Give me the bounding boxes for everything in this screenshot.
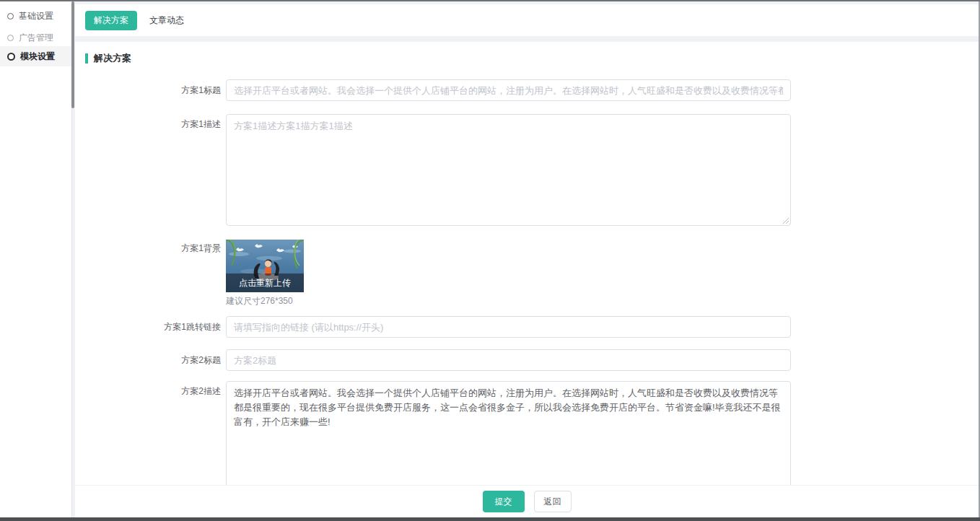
plan1-bg-upload[interactable]: 点击重新上传 <box>226 240 304 292</box>
plan1-bg-size-hint: 建议尺寸276*350 <box>226 295 293 307</box>
radio-circle-icon <box>7 53 15 61</box>
plan2-desc-label: 方案2描述 <box>75 385 221 398</box>
sidebar-item-basic-settings[interactable]: 基础设置 <box>0 6 71 26</box>
sidebar-item-module-settings[interactable]: 模块设置 <box>0 46 71 66</box>
sidebar-item-ad-management[interactable]: 广告管理 <box>0 27 71 48</box>
plan1-title-input[interactable] <box>226 79 791 101</box>
sidebar: 基础设置 广告管理 模块设置 <box>0 1 72 517</box>
plan1-desc-textarea[interactable] <box>226 114 791 226</box>
sidebar-scrollbar-thumb[interactable] <box>71 1 74 108</box>
plan1-desc-label: 方案1描述 <box>75 118 221 131</box>
section-accent-bar <box>85 53 88 64</box>
admin-settings-page: 基础设置 广告管理 模块设置 解决方案 文章动态 解决方案 方案1标题 方案1描… <box>0 0 980 521</box>
tab-article-news[interactable]: 文章动态 <box>145 11 188 30</box>
reupload-overlay-button[interactable]: 点击重新上传 <box>226 273 304 292</box>
section-title: 解决方案 <box>94 52 131 65</box>
sidebar-item-label: 基础设置 <box>19 10 53 22</box>
tab-solutions[interactable]: 解决方案 <box>85 11 137 30</box>
form-footer: 提交 返回 <box>75 485 979 517</box>
radio-circle-icon <box>7 13 14 19</box>
plan1-title-label: 方案1标题 <box>75 79 221 101</box>
solutions-form-card: 解决方案 方案1标题 方案1描述 方案1背景 <box>75 42 979 485</box>
window-bottom-edge <box>0 517 980 521</box>
radio-circle-icon <box>7 35 14 41</box>
tab-bar: 解决方案 文章动态 <box>75 4 979 36</box>
plan1-link-label: 方案1跳转链接 <box>75 316 221 338</box>
window-top-edge <box>0 0 980 1</box>
sidebar-item-label: 广告管理 <box>19 32 53 44</box>
plan2-desc-textarea[interactable]: 选择开店平台或者网站。我会选择一个提供个人店铺平台的网站，注册为用户。在选择网站… <box>226 381 791 485</box>
plan1-bg-label: 方案1背景 <box>75 242 221 255</box>
section-header: 解决方案 <box>85 52 131 65</box>
submit-button[interactable]: 提交 <box>483 491 525 512</box>
plan1-link-input[interactable] <box>226 316 791 338</box>
back-button[interactable]: 返回 <box>534 491 572 512</box>
plan2-title-input[interactable] <box>226 349 791 371</box>
sidebar-item-label: 模块设置 <box>20 51 55 63</box>
plan2-title-label: 方案2标题 <box>75 349 221 371</box>
